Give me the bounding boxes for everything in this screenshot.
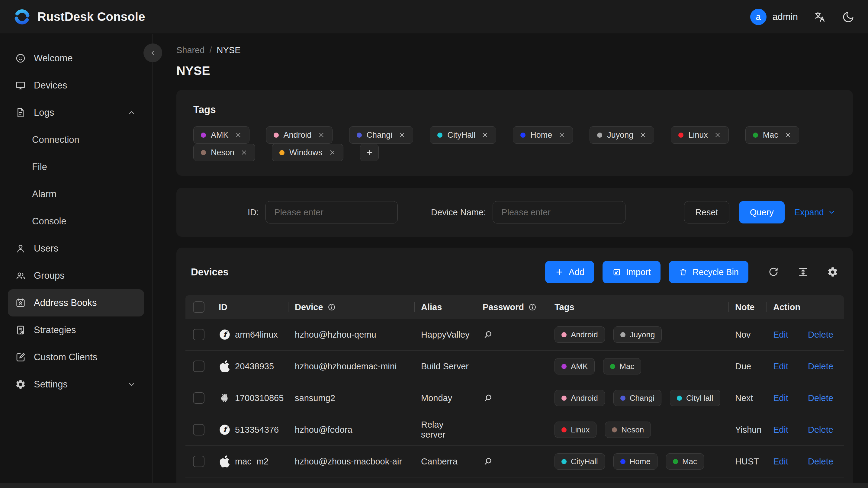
id-filter-input[interactable] bbox=[266, 201, 398, 223]
sidebar-item-address-books[interactable]: Address Books bbox=[8, 289, 144, 316]
info-icon[interactable] bbox=[328, 303, 336, 311]
row-select-cell bbox=[185, 392, 212, 404]
view-password-icon[interactable] bbox=[483, 456, 494, 467]
sidebar-item-connection[interactable]: Connection bbox=[8, 126, 144, 153]
remove-tag-icon[interactable] bbox=[784, 131, 792, 139]
tag-chip-cityhall: CityHall bbox=[670, 390, 720, 406]
tag-chip-label: Juyong bbox=[630, 330, 655, 339]
device-id: 513354376 bbox=[235, 425, 279, 435]
edit-square-icon bbox=[15, 352, 26, 363]
sidebar-item-strategies[interactable]: Strategies bbox=[8, 316, 144, 344]
edit-link[interactable]: Edit bbox=[773, 362, 788, 371]
add-button[interactable]: Add bbox=[545, 261, 594, 283]
user-menu[interactable]: a admin bbox=[750, 9, 798, 25]
avatar[interactable]: a bbox=[750, 9, 767, 25]
id-cell: mac_m2 bbox=[212, 455, 288, 467]
add-tag-button[interactable] bbox=[360, 144, 379, 161]
refresh-icon[interactable] bbox=[768, 266, 779, 278]
sidebar-item-file[interactable]: File bbox=[8, 153, 144, 181]
expand-link[interactable]: Expand bbox=[794, 208, 836, 217]
breadcrumb-parent[interactable]: Shared bbox=[176, 45, 205, 55]
sidebar-item-label: Address Books bbox=[34, 298, 136, 308]
file-text-icon bbox=[15, 107, 26, 118]
remove-tag-icon[interactable] bbox=[558, 131, 565, 139]
table-row: 20438935hzhou@hzhoudemac-miniBuild Serve… bbox=[185, 350, 844, 382]
remove-tag-icon[interactable] bbox=[639, 131, 647, 139]
tag-chip-label: AMK bbox=[571, 362, 588, 371]
delete-link[interactable]: Delete bbox=[808, 425, 833, 435]
row-height-icon[interactable] bbox=[797, 266, 809, 278]
edit-link[interactable]: Edit bbox=[773, 425, 788, 435]
tag-color-dot bbox=[561, 396, 566, 401]
view-password-icon[interactable] bbox=[483, 329, 494, 340]
note-cell: Next bbox=[728, 393, 767, 403]
tag-chip-mac: Mac bbox=[603, 358, 641, 374]
tag-chip-label: Changi bbox=[367, 130, 393, 140]
remove-tag-icon[interactable] bbox=[482, 131, 489, 139]
info-icon[interactable] bbox=[528, 303, 537, 311]
tag-chip-amk: AMK bbox=[193, 126, 249, 144]
translate-icon[interactable] bbox=[814, 10, 826, 23]
sidebar-item-logs[interactable]: Logs bbox=[8, 99, 144, 126]
tag-color-dot bbox=[201, 132, 206, 138]
id-cell: 1700310865 bbox=[212, 392, 288, 404]
tag-chip-linux: Linux bbox=[671, 126, 729, 144]
sidebar-item-groups[interactable]: Groups bbox=[8, 262, 144, 289]
select-all-checkbox[interactable] bbox=[193, 301, 205, 313]
row-checkbox[interactable] bbox=[193, 329, 205, 340]
sidebar-item-settings[interactable]: Settings bbox=[8, 371, 144, 398]
device-name-filter-input[interactable] bbox=[493, 201, 625, 223]
row-checkbox[interactable] bbox=[193, 361, 205, 372]
remove-tag-icon[interactable] bbox=[235, 131, 242, 139]
reset-button[interactable]: Reset bbox=[684, 201, 730, 223]
column-header-label: Action bbox=[773, 302, 800, 312]
sidebar-item-devices[interactable]: Devices bbox=[8, 72, 144, 99]
delete-link[interactable]: Delete bbox=[808, 393, 833, 403]
tag-color-dot bbox=[612, 427, 617, 432]
tag-chip-label: AMK bbox=[211, 130, 229, 140]
tag-chip-mac: Mac bbox=[666, 453, 704, 469]
remove-tag-icon[interactable] bbox=[714, 131, 721, 139]
sidebar-item-welcome[interactable]: Welcome bbox=[8, 45, 144, 72]
column-header-alias: Alias bbox=[414, 295, 476, 319]
dark-mode-moon-icon[interactable] bbox=[842, 10, 855, 23]
edit-link[interactable]: Edit bbox=[773, 457, 788, 466]
view-password-icon[interactable] bbox=[483, 393, 494, 403]
edit-link[interactable]: Edit bbox=[773, 330, 788, 340]
tag-color-dot bbox=[678, 132, 683, 138]
row-checkbox[interactable] bbox=[193, 392, 205, 404]
tag-chip-label: Home bbox=[630, 457, 651, 466]
tag-chip-label: Home bbox=[530, 130, 552, 140]
remove-tag-icon[interactable] bbox=[329, 149, 336, 156]
row-checkbox[interactable] bbox=[193, 456, 205, 467]
recycle-bin-button[interactable]: Recycle Bin bbox=[669, 261, 748, 283]
query-button[interactable]: Query bbox=[739, 201, 785, 223]
import-button[interactable]: Import bbox=[602, 261, 660, 283]
sidebar-collapse-button[interactable] bbox=[144, 43, 162, 62]
sidebar-item-users[interactable]: Users bbox=[8, 235, 144, 262]
devices-card: Devices Add Import bbox=[176, 248, 853, 488]
remove-tag-icon[interactable] bbox=[398, 131, 406, 139]
delete-link[interactable]: Delete bbox=[808, 330, 833, 340]
note-cell: HUST bbox=[728, 457, 767, 466]
edit-link[interactable]: Edit bbox=[773, 393, 788, 403]
remove-tag-icon[interactable] bbox=[318, 131, 325, 139]
table-settings-gear-icon[interactable] bbox=[827, 266, 838, 278]
delete-link[interactable]: Delete bbox=[808, 362, 833, 371]
bottom-scrollbar-track[interactable] bbox=[0, 483, 868, 488]
remove-tag-icon[interactable] bbox=[240, 149, 248, 156]
tag-chip-label: Mac bbox=[763, 130, 778, 140]
delete-link[interactable]: Delete bbox=[808, 457, 833, 466]
tag-color-dot bbox=[620, 332, 625, 337]
sidebar-item-custom-clients[interactable]: Custom Clients bbox=[8, 344, 144, 371]
chevron-left-icon bbox=[149, 49, 156, 57]
id-cell: f513354376 bbox=[212, 424, 288, 436]
tag-chip-neson: Neson bbox=[193, 144, 255, 161]
sidebar-item-console[interactable]: Console bbox=[8, 208, 144, 235]
row-checkbox[interactable] bbox=[193, 424, 205, 435]
sidebar-item-alarm[interactable]: Alarm bbox=[8, 181, 144, 208]
device-cell: hzhou@zhous-macbook-air bbox=[288, 457, 414, 466]
tags-cell: LinuxNeson bbox=[548, 422, 728, 438]
tag-chip-cityhall: CityHall bbox=[555, 453, 605, 469]
action-divider bbox=[798, 362, 798, 371]
